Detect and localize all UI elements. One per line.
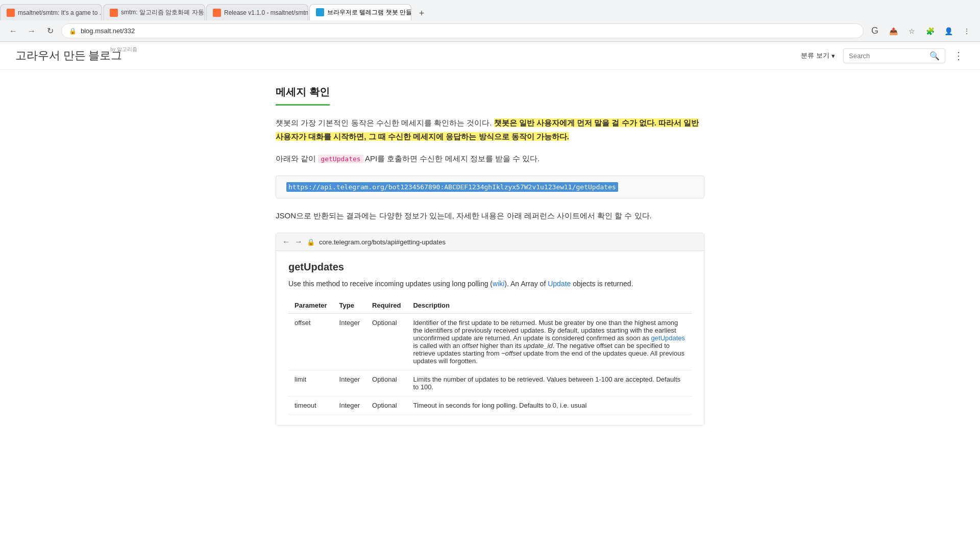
- back-button[interactable]: ←: [6, 24, 20, 38]
- tab-3[interactable]: Release v1.1.0 - msaltnet/smtm ×: [206, 4, 308, 20]
- frame-back-button[interactable]: ←: [282, 237, 290, 246]
- tab-bar: msaltnet/smtm: It's a game to ... × smtm…: [0, 0, 980, 20]
- col-header-parameter: Parameter: [288, 297, 333, 314]
- google-account-icon[interactable]: G: [868, 24, 882, 38]
- browser-actions: G 📤 ☆ 🧩 👤 ⋮: [868, 24, 974, 38]
- tab-4-favicon: [316, 8, 324, 16]
- embedded-frame: ← → 🔒 core.telegram.org/bots/api#getting…: [276, 233, 704, 425]
- site-logo[interactable]: 고라우서 만든 블로그 by 알고리즘: [15, 48, 122, 63]
- logo-by: by 알고리즘: [111, 46, 138, 53]
- intro-paragraph-2: 아래와 같이 getUpdates API를 호출하면 수신한 메세지 정보를 …: [276, 152, 704, 165]
- api-update-link[interactable]: Update: [548, 280, 571, 288]
- table-row-timeout: timeout Integer Optional Timeout in seco…: [288, 396, 692, 415]
- api-wiki-link[interactable]: wiki: [493, 280, 504, 288]
- code-block: https://api.telegram.org/bot1234567890:A…: [276, 176, 704, 198]
- tab-2[interactable]: smtm: 알고리즘 암호화폐 자동... ×: [103, 4, 205, 20]
- frame-url-text: core.telegram.org/bots/api#getting-updat…: [319, 238, 698, 246]
- getupdates-inline-code: getUpdates: [318, 155, 363, 163]
- intro-text-1: 챗봇의 가장 기본적인 동작은 수신한 메세지를 확인하는 것이다.: [276, 118, 492, 127]
- browser-window: msaltnet/smtm: It's a game to ... × smtm…: [0, 0, 980, 451]
- tab-1[interactable]: msaltnet/smtm: It's a game to ... ×: [0, 4, 102, 20]
- col-header-required: Required: [366, 297, 407, 314]
- share-icon[interactable]: 📤: [886, 24, 900, 38]
- frame-forward-button[interactable]: →: [295, 237, 303, 246]
- search-icon[interactable]: 🔍: [929, 51, 940, 61]
- api-description: Use this method to receive incoming upda…: [288, 278, 692, 289]
- tab-1-label: msaltnet/smtm: It's a game to ...: [18, 9, 102, 16]
- api-desc-text-3: objects is returned.: [571, 280, 633, 288]
- tab-4[interactable]: 브라우저로 텔레그램 챗봇 만들... ×: [309, 4, 411, 20]
- offset-italic: offset: [462, 342, 478, 349]
- param-offset: offset: [288, 314, 333, 370]
- desc-timeout: Timeout in seconds for long polling. Def…: [407, 396, 692, 415]
- new-tab-button[interactable]: +: [414, 6, 429, 20]
- desc-limit: Limits the number of updates to be retri…: [407, 370, 692, 396]
- frame-lock-icon: 🔒: [307, 238, 315, 246]
- type-offset: Integer: [333, 314, 366, 370]
- tab-1-favicon: [7, 9, 15, 17]
- site-header: 고라우서 만든 블로그 by 알고리즘 분류 보기 ▾ 🔍 ⋮: [0, 42, 980, 70]
- col-header-description: Description: [407, 297, 692, 314]
- section-title: 메세지 확인: [276, 85, 330, 106]
- header-right: 분류 보기 ▾ 🔍 ⋮: [801, 48, 965, 63]
- api-method-name: getUpdates: [288, 261, 692, 273]
- desc-offset: Identifier of the first update to be ret…: [407, 314, 692, 370]
- type-timeout: Integer: [333, 396, 366, 415]
- api-desc-text-1: Use this method to receive incoming upda…: [288, 280, 493, 288]
- intro-text-3: API를 호출하면 수신한 메세지 정보를 받을 수 있다.: [365, 154, 540, 163]
- address-bar-row: ← → ↻ 🔒 blog.msalt.net/332 G 📤 ☆ 🧩 👤 ⋮: [0, 20, 980, 41]
- tab-2-label: smtm: 알고리즘 암호화폐 자동...: [121, 8, 205, 17]
- intro-text-2: 아래와 같이: [276, 154, 316, 163]
- logo-text: 고라우서 만든 블로그: [15, 49, 122, 62]
- offset-italic-2: offset: [505, 349, 522, 357]
- frame-toolbar: ← → 🔒 core.telegram.org/bots/api#getting…: [276, 233, 704, 251]
- tab-2-favicon: [110, 9, 118, 17]
- forward-button[interactable]: →: [24, 24, 39, 38]
- table-header-row: Parameter Type Required Description: [288, 297, 692, 314]
- tab-3-favicon: [213, 9, 221, 17]
- body-text: JSON으로 반환되는 결과에는 다양한 정보가 있는데, 자세한 내용은 아래…: [276, 209, 704, 222]
- browser-chrome: msaltnet/smtm: It's a game to ... × smtm…: [0, 0, 980, 42]
- menu-icon[interactable]: ⋮: [960, 24, 974, 38]
- profile-icon[interactable]: 👤: [941, 24, 955, 38]
- category-dropdown-icon: ▾: [831, 52, 835, 60]
- param-limit: limit: [288, 370, 333, 396]
- search-input[interactable]: [849, 52, 925, 60]
- table-row-limit: limit Integer Optional Limits the number…: [288, 370, 692, 396]
- required-timeout: Optional: [366, 396, 407, 415]
- required-limit: Optional: [366, 370, 407, 396]
- main-content: 메세지 확인 챗봇의 가장 기본적인 동작은 수신한 메세지를 확인하는 것이다…: [260, 70, 720, 451]
- more-menu-button[interactable]: ⋮: [953, 49, 965, 62]
- api-desc-text-2: ). An Array of: [504, 280, 548, 288]
- extensions-icon[interactable]: 🧩: [923, 24, 937, 38]
- table-row-offset: offset Integer Optional Identifier of th…: [288, 314, 692, 370]
- search-box: 🔍: [843, 48, 945, 63]
- refresh-button[interactable]: ↻: [43, 24, 57, 38]
- tab-3-label: Release v1.1.0 - msaltnet/smtm: [224, 9, 308, 16]
- required-offset: Optional: [366, 314, 407, 370]
- getupdates-link-in-table[interactable]: getUpdates: [651, 334, 685, 342]
- frame-content: getUpdates Use this method to receive in…: [276, 251, 704, 425]
- category-label: 분류 보기: [801, 51, 829, 60]
- col-header-type: Type: [333, 297, 366, 314]
- ssl-lock-icon: 🔒: [69, 28, 77, 35]
- tab-4-label: 브라우저로 텔레그램 챗봇 만들...: [327, 8, 411, 17]
- category-button[interactable]: 분류 보기 ▾: [801, 51, 835, 60]
- address-bar[interactable]: 🔒 blog.msalt.net/332: [61, 23, 864, 38]
- url-text: blog.msalt.net/332: [81, 27, 135, 35]
- code-url-selected[interactable]: https://api.telegram.org/bot1234567890:A…: [286, 182, 618, 192]
- api-params-table: Parameter Type Required Description offs…: [288, 297, 692, 415]
- bookmark-icon[interactable]: ☆: [904, 24, 919, 38]
- intro-paragraph-1: 챗봇의 가장 기본적인 동작은 수신한 메세지를 확인하는 것이다. 챗봇은 일…: [276, 116, 704, 143]
- type-limit: Integer: [333, 370, 366, 396]
- update-id-italic: update_id: [524, 342, 553, 349]
- param-timeout: timeout: [288, 396, 333, 415]
